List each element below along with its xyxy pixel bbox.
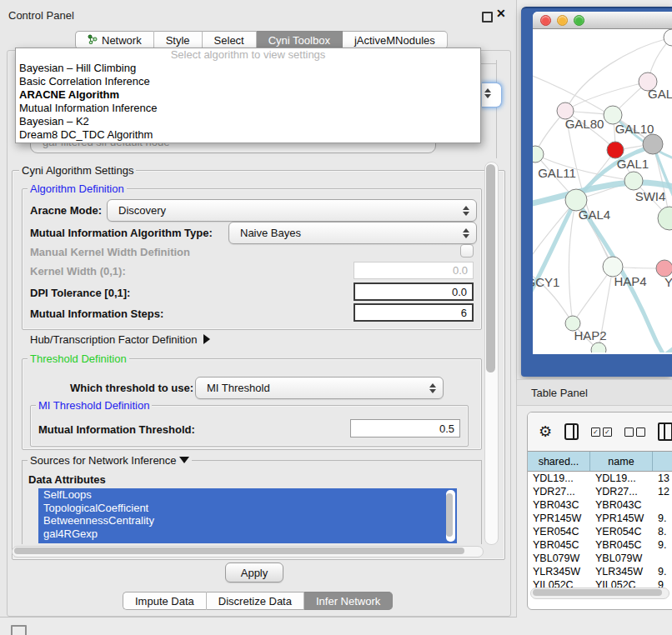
- algorithm-option[interactable]: Dream8 DC_TDC Algorithm: [16, 128, 480, 142]
- column-header[interactable]: name: [590, 452, 653, 471]
- network-edge[interactable]: [569, 200, 576, 323]
- algorithm-option[interactable]: ARACNE Algorithm: [16, 88, 480, 102]
- inference-algorithm-combo-end[interactable]: [482, 82, 502, 108]
- algorithm-option[interactable]: Basic Correlation Inference: [16, 75, 480, 88]
- control-panel-title: Control Panel: [8, 9, 74, 22]
- tab-style[interactable]: Style: [154, 31, 203, 49]
- node-label: Y: [664, 275, 672, 289]
- table-row[interactable]: YDL19...YDL19...13: [528, 472, 672, 485]
- tab-select[interactable]: Select: [203, 31, 257, 49]
- split-columns-icon[interactable]: [564, 423, 579, 440]
- tab-cyni-toolbox[interactable]: Cyni Toolbox: [257, 31, 343, 49]
- minimize-traffic-light-icon[interactable]: [557, 15, 568, 26]
- table-row[interactable]: YPR145WYPR145W9.: [528, 512, 672, 525]
- network-node[interactable]: [643, 134, 663, 154]
- node-label: GAL: [648, 87, 672, 101]
- table-cell: YPR145W: [528, 512, 590, 524]
- select-all-checkboxes-icon[interactable]: ✓✓: [591, 428, 612, 437]
- close-icon[interactable]: ✕: [496, 7, 506, 20]
- algorithm-option[interactable]: Mutual Information Inference: [16, 102, 480, 115]
- combo-arrows-icon: [463, 228, 476, 238]
- network-node-swi4[interactable]: [624, 172, 643, 190]
- zoom-traffic-light-icon[interactable]: [574, 15, 584, 26]
- network-view-inner: GALGAL80GAL10GAL1GAL11SWI4GAL4GCY1HAP4YH…: [533, 12, 672, 354]
- list-scrollbar[interactable]: [446, 490, 455, 542]
- network-node[interactable]: [658, 207, 672, 230]
- dock-panel-icon[interactable]: [11, 625, 27, 635]
- table-row[interactable]: YLR345WYLR345W9.: [528, 565, 672, 578]
- deselect-all-checkboxes-icon[interactable]: [624, 428, 645, 437]
- column-header[interactable]: shared...: [528, 452, 590, 471]
- combo-arrows-icon: [429, 383, 443, 393]
- new-table-icon[interactable]: [658, 422, 672, 441]
- kernel-width-label: Kernel Width (0,1):: [30, 265, 126, 278]
- tab-discretize-data[interactable]: Discretize Data: [207, 592, 304, 610]
- table-cell: YBR045C: [590, 539, 653, 551]
- attribute-item[interactable]: SelfLoops: [38, 488, 457, 502]
- network-edge[interactable]: [637, 345, 672, 352]
- screen: Control Panel ✕ NetworkStyleSelectCyni T…: [0, 0, 672, 635]
- network-node-gal1[interactable]: [607, 142, 624, 158]
- column-header[interactable]: [653, 452, 672, 471]
- gear-icon[interactable]: ⚙: [539, 424, 552, 439]
- kernel-width-field[interactable]: 0.0: [354, 262, 474, 279]
- table-horizontal-scrollbar-thumb[interactable]: [533, 589, 662, 596]
- table-cell: YBL079W: [590, 552, 653, 564]
- network-canvas[interactable]: GALGAL80GAL10GAL1GAL11SWI4GAL4GCY1HAP4YH…: [533, 28, 672, 352]
- float-window-icon[interactable]: [482, 12, 493, 22]
- algorithm-definition-title: Algorithm Definition: [28, 182, 127, 195]
- mi-type-value: Naive Bayes: [229, 227, 463, 239]
- table-horizontal-scrollbar[interactable]: [530, 588, 669, 599]
- table-row[interactable]: YBL079WYBL079W: [528, 552, 672, 565]
- node-label: HAP2: [574, 328, 606, 342]
- threshold-definition-title: Threshold Definition: [28, 352, 129, 365]
- sources-group-title[interactable]: Sources for Network Inference: [28, 454, 192, 467]
- network-node-gal11[interactable]: [533, 146, 544, 162]
- bottom-tabs: Impute DataDiscretize DataInfer Network: [123, 592, 393, 610]
- aracne-mode-select[interactable]: Discovery: [107, 199, 477, 222]
- algorithm-option[interactable]: Bayesian – K2: [16, 115, 480, 128]
- combo-arrows-icon: [463, 206, 476, 216]
- attribute-table: shared...nameYDL19...YDL19...13YDR27...Y…: [528, 451, 672, 592]
- network-node[interactable]: [664, 29, 672, 46]
- aracne-mode-label: Aracne Mode:: [30, 204, 102, 217]
- node-label: HAP4: [614, 274, 646, 288]
- mi-threshold-field[interactable]: 0.5: [350, 419, 460, 438]
- tab-label: Cyni Toolbox: [268, 34, 330, 47]
- mi-threshold-label: Mutual Information Threshold:: [38, 423, 195, 436]
- which-threshold-select[interactable]: MI Threshold: [195, 377, 444, 399]
- settings-horizontal-scrollbar-thumb[interactable]: [14, 548, 464, 554]
- table-cell: YBL079W: [528, 552, 590, 564]
- dpi-tolerance-field[interactable]: 0.0: [354, 282, 474, 301]
- manual-kernel-checkbox[interactable]: [460, 244, 474, 258]
- table-row[interactable]: YER054CYER054C8.: [528, 525, 672, 538]
- network-window-titlebar[interactable]: [533, 12, 672, 29]
- network-node-y[interactable]: [656, 260, 672, 277]
- tab-jactivemnodules[interactable]: jActiveMNodules: [343, 31, 448, 49]
- node-label: GAL11: [538, 166, 576, 180]
- settings-vertical-scrollbar-thumb[interactable]: [486, 164, 495, 372]
- table-row[interactable]: YDR27...YDR27...12: [528, 485, 672, 498]
- tab-impute-data[interactable]: Impute Data: [123, 592, 207, 610]
- manual-kernel-label: Manual Kernel Width Definition: [30, 246, 190, 258]
- table-row[interactable]: YBR045CYBR045C9.: [528, 538, 672, 552]
- table-cell: YLR345W: [528, 566, 590, 578]
- mi-steps-field[interactable]: 6: [354, 303, 474, 322]
- attribute-item[interactable]: BetweennessCentrality: [38, 514, 457, 528]
- attribute-item[interactable]: TopologicalCoefficient: [38, 502, 457, 515]
- mi-algorithm-type-select[interactable]: Naive Bayes: [228, 222, 477, 244]
- network-node[interactable]: [591, 342, 606, 352]
- attribute-item[interactable]: gal4RGexp: [38, 528, 457, 541]
- tab-label: Network: [102, 34, 142, 47]
- table-row[interactable]: YBR043CYBR043C: [528, 498, 672, 512]
- tab-network[interactable]: Network: [75, 31, 154, 49]
- close-traffic-light-icon[interactable]: [540, 15, 551, 26]
- apply-button[interactable]: Apply: [225, 562, 283, 582]
- data-attributes-list[interactable]: SelfLoopsTopologicalCoefficientBetweenne…: [38, 488, 457, 543]
- combo-arrows-icon: [484, 88, 498, 98]
- algorithm-option[interactable]: Bayesian – Hill Climbing: [16, 62, 480, 75]
- tab-infer-network[interactable]: Infer Network: [304, 592, 393, 610]
- list-scrollbar-thumb[interactable]: [446, 493, 453, 537]
- table-cell: YBR045C: [528, 539, 590, 551]
- hub-definition-expander[interactable]: Hub/Transcription Factor Definition: [30, 333, 210, 346]
